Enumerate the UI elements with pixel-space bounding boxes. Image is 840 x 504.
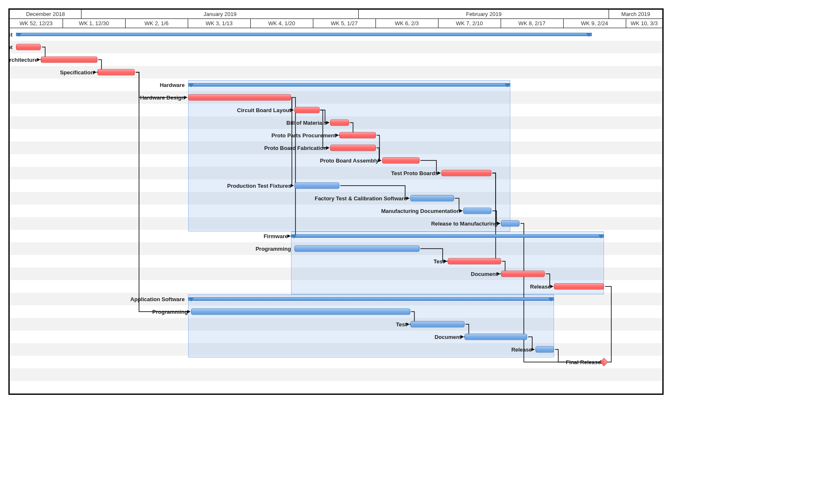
task-label: Proto Board Fabrication — [264, 145, 327, 151]
week-header: WK 9, 2/24 — [564, 19, 626, 28]
task-bar[interactable] — [294, 246, 420, 252]
week-header: WK 6, 2/3 — [376, 19, 438, 28]
summary-bar[interactable] — [188, 297, 554, 301]
task-row: Programming — [10, 242, 662, 255]
task-label: Application Software — [130, 296, 184, 302]
task-label: Architecture — [8, 57, 38, 63]
task-label: Document — [471, 271, 498, 277]
task-label: Test Proto Boards — [391, 170, 438, 176]
task-row: Production Test Fixtures — [10, 179, 662, 192]
task-bar[interactable] — [41, 57, 97, 63]
task-bar[interactable] — [501, 220, 520, 227]
task-label: Production Test Fixtures — [227, 183, 291, 189]
task-row: Specification — [10, 66, 662, 79]
task-row: Bill of Materials — [10, 116, 662, 129]
task-row: Programming — [10, 305, 662, 318]
task-bar[interactable] — [554, 284, 604, 290]
week-header: WK 4, 1/20 — [251, 19, 313, 28]
task-row: Release to Manufacturing — [10, 217, 662, 230]
task-row: Proto Board Assembly — [10, 154, 662, 167]
task-row: Release — [10, 280, 662, 293]
task-bar[interactable] — [16, 44, 41, 50]
summary-bar[interactable] — [16, 33, 592, 36]
task-bar[interactable] — [330, 145, 376, 151]
week-header: WK 52, 12/23 — [10, 19, 63, 28]
task-row: Factory Test & Calibration Software — [10, 192, 662, 205]
task-bar[interactable] — [465, 334, 527, 340]
task-label: Hardware Design — [140, 94, 184, 101]
task-row: Proto Parts Procurement — [10, 129, 662, 142]
task-label: Firmware — [264, 233, 288, 239]
task-bar[interactable] — [410, 321, 465, 328]
week-header: WK 5, 1/27 — [313, 19, 376, 28]
gantt-chart: December 2018January 2019February 2019Ma… — [8, 8, 664, 395]
task-label: Test — [433, 258, 444, 265]
month-header: February 2019 — [359, 10, 609, 18]
task-bar[interactable] — [97, 69, 135, 76]
task-bar[interactable] — [501, 271, 545, 277]
task-bar[interactable] — [294, 107, 320, 113]
task-label: Proto Board Assembly — [320, 158, 379, 164]
task-bar[interactable] — [382, 158, 420, 164]
task-row: Circuit Board Layout — [10, 104, 662, 116]
task-row: Proto Board Fabrication — [10, 142, 662, 154]
task-row: Manufacturing Documentation — [10, 205, 662, 217]
week-header: WK 3, 1/13 — [188, 19, 251, 28]
task-row: Concept — [10, 41, 662, 53]
task-label: Test — [396, 321, 407, 328]
task-row: Test — [10, 318, 662, 331]
task-label: Programming — [255, 246, 291, 252]
task-bar[interactable] — [410, 195, 454, 202]
task-label: Release — [511, 346, 532, 353]
task-row: Firmware — [10, 230, 662, 242]
task-label: Specification — [60, 69, 94, 76]
task-label: Programming — [152, 309, 188, 315]
week-header: WK 7, 2/10 — [438, 19, 501, 28]
week-header: WK 1, 12/30 — [63, 19, 126, 28]
task-label: Release to Manufacturing — [431, 220, 497, 227]
task-row: Test — [10, 255, 662, 268]
task-label: Your Great New Product — [8, 32, 13, 38]
task-row: Application Software — [10, 293, 662, 305]
task-label: Circuit Board Layout — [237, 107, 291, 113]
task-row: Test Proto Boards — [10, 167, 662, 179]
task-row: Final Release — [10, 356, 662, 368]
month-header: December 2018 — [10, 10, 81, 18]
task-row: Architecture — [10, 53, 662, 66]
timescale: December 2018January 2019February 2019Ma… — [10, 10, 662, 28]
task-label: Release — [530, 284, 551, 290]
task-label: Bill of Materials — [286, 120, 327, 126]
task-label: Hardware — [160, 82, 184, 88]
task-label: Final Release — [566, 359, 601, 365]
month-header: March 2019 — [609, 10, 662, 18]
task-row: Your Great New Product — [10, 28, 662, 41]
task-bar[interactable] — [463, 208, 491, 214]
task-bar[interactable] — [191, 309, 410, 315]
task-bar[interactable] — [441, 170, 491, 176]
summary-bar[interactable] — [188, 83, 510, 87]
task-bar[interactable] — [536, 346, 554, 353]
milestone[interactable] — [600, 358, 609, 366]
task-bar[interactable] — [294, 183, 339, 189]
task-row: Document — [10, 268, 662, 280]
task-bar[interactable] — [448, 258, 501, 265]
gantt-grid: Your Great New ProductConceptArchitectur… — [10, 28, 662, 394]
month-header: January 2019 — [81, 10, 359, 18]
week-header: WK 2, 1/6 — [126, 19, 188, 28]
task-label: Document — [435, 334, 462, 340]
summary-bar[interactable] — [291, 234, 604, 238]
task-row: Document — [10, 331, 662, 343]
task-row: Release — [10, 343, 662, 356]
task-label: Proto Parts Procurement — [271, 132, 336, 139]
task-label: Factory Test & Calibration Software — [315, 195, 407, 202]
task-bar[interactable] — [339, 132, 375, 139]
task-bar[interactable] — [188, 94, 291, 101]
task-row: Hardware — [10, 79, 662, 91]
task-row: Hardware Design — [10, 91, 662, 104]
task-label: Manufacturing Documentation — [381, 208, 460, 214]
week-header: WK 10, 3/3 — [626, 19, 662, 28]
task-bar[interactable] — [330, 120, 349, 126]
week-header: WK 8, 2/17 — [501, 19, 564, 28]
task-label: Concept — [8, 44, 13, 50]
